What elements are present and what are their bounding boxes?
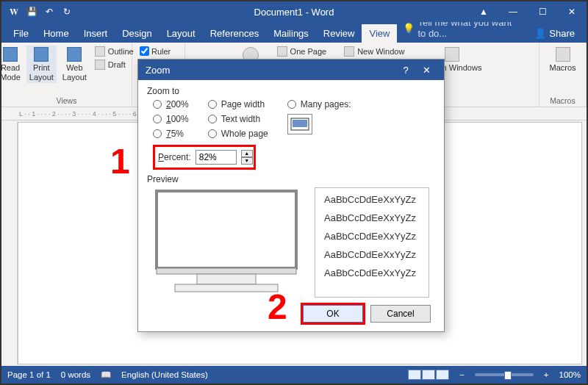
dialog-help-button[interactable]: ?	[395, 65, 416, 76]
undo-button[interactable]: ↶	[43, 5, 56, 18]
preview-monitor	[153, 187, 300, 298]
svg-rect-3	[157, 268, 296, 274]
tab-design[interactable]: Design	[115, 24, 159, 43]
status-language[interactable]: English (United States)	[121, 370, 208, 379]
zoom-75-radio[interactable]: 75%	[153, 129, 189, 139]
whole-page-radio[interactable]: Whole page	[208, 129, 268, 139]
draft-button[interactable]: Draft	[93, 59, 136, 71]
print-layout-icon[interactable]	[422, 370, 435, 380]
word-icon: 𝐖	[7, 5, 21, 18]
new-window-button[interactable]: New Window	[342, 46, 406, 57]
status-words[interactable]: 0 words	[61, 370, 90, 379]
title-bar: 𝐖 💾 ↶ ↻ Document1 - Word ▲ — ☐ ✕	[1, 1, 587, 22]
text-width-radio[interactable]: Text width	[208, 114, 268, 124]
redo-button[interactable]: ↻	[60, 5, 74, 18]
view-mode-switcher[interactable]	[408, 370, 449, 380]
status-spellcheck[interactable]: 📖	[101, 370, 111, 380]
percent-spin-down[interactable]: ▼	[241, 157, 253, 165]
status-page[interactable]: Page 1 of 1	[7, 370, 51, 379]
svg-rect-4	[197, 274, 256, 284]
tab-references[interactable]: References	[203, 24, 266, 43]
preview-text: AaBbCcDdEeXxYyZz AaBbCcDdEeXxYyZz AaBbCc…	[315, 187, 429, 298]
tab-home[interactable]: Home	[36, 24, 76, 43]
bulb-icon: 💡	[403, 23, 415, 34]
zoom-to-label: Zoom to	[147, 86, 435, 96]
save-button[interactable]: 💾	[25, 5, 38, 18]
tab-review[interactable]: Review	[316, 24, 362, 43]
macros-group-label: Macros	[550, 95, 575, 105]
read-mode-icon[interactable]	[408, 370, 421, 380]
percent-input[interactable]	[196, 150, 237, 165]
zoom-level[interactable]: 100%	[559, 370, 581, 379]
status-bar: Page 1 of 1 0 words 📖 English (United St…	[1, 366, 587, 384]
tab-file[interactable]: File	[6, 24, 36, 43]
zoom-100-radio[interactable]: 100%	[153, 114, 189, 124]
percent-spin-up[interactable]: ▲	[241, 150, 253, 157]
share-icon: 👤	[534, 28, 546, 39]
tab-mailings[interactable]: Mailings	[266, 24, 316, 43]
print-layout-button[interactable]: Print Layout	[26, 46, 57, 83]
ribbon-tabs: File Home Insert Design Layout Reference…	[1, 22, 587, 43]
preview-label: Preview	[147, 174, 435, 184]
minimize-button[interactable]: —	[498, 1, 528, 22]
zoom-in-button[interactable]: +	[544, 370, 549, 379]
tab-insert[interactable]: Insert	[76, 24, 115, 43]
dialog-title-bar[interactable]: Zoom ? ✕	[138, 60, 444, 80]
ruler-checkbox[interactable]: Ruler	[138, 46, 172, 57]
svg-rect-5	[175, 284, 278, 292]
vertical-ruler[interactable]	[1, 122, 18, 364]
page-width-radio[interactable]: Page width	[208, 99, 268, 109]
read-mode-button[interactable]: Read Mode	[0, 46, 24, 83]
web-layout-button[interactable]: Web Layout	[60, 46, 90, 83]
svg-rect-2	[157, 191, 296, 268]
maximize-button[interactable]: ☐	[528, 1, 557, 22]
svg-rect-1	[293, 120, 307, 127]
many-pages-picker[interactable]	[287, 114, 312, 134]
one-page-button[interactable]: One Page	[275, 46, 329, 57]
ribbon-options-button[interactable]: ▲	[469, 1, 498, 22]
outline-button[interactable]: Outline	[93, 46, 136, 57]
zoom-200-radio[interactable]: 2200%00%	[153, 99, 189, 109]
macros-button[interactable]: Macros	[546, 46, 578, 74]
share-button[interactable]: 👤Share	[527, 24, 582, 43]
close-button[interactable]: ✕	[557, 1, 587, 22]
percent-label: Percent:	[158, 152, 191, 162]
dialog-close-button[interactable]: ✕	[416, 65, 437, 76]
cancel-button[interactable]: Cancel	[370, 305, 431, 323]
annotation-1: 1	[110, 141, 130, 181]
ok-button[interactable]: OK	[303, 305, 363, 323]
zoom-dialog: Zoom ? ✕ Zoom to 2200%00% 100% 75% Page …	[137, 59, 445, 332]
many-pages-radio[interactable]: Many pages:	[287, 99, 351, 109]
zoom-slider[interactable]	[475, 373, 534, 376]
zoom-out-button[interactable]: −	[459, 370, 465, 379]
dialog-title: Zoom	[146, 65, 170, 76]
views-group-label: Views	[57, 95, 77, 105]
tab-layout[interactable]: Layout	[159, 24, 203, 43]
annotation-2: 2	[268, 287, 287, 327]
window-title: Document1 - Word	[254, 7, 334, 18]
tab-view[interactable]: View	[362, 24, 397, 43]
web-layout-icon[interactable]	[436, 370, 449, 380]
